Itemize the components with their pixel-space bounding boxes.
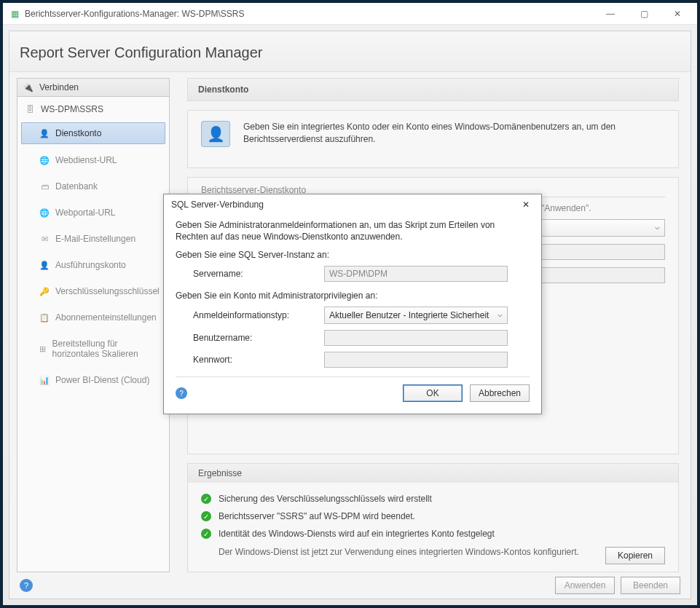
sidebar-item-5[interactable]: 👤Ausführungskonto [22,255,165,275]
servername-input[interactable]: WS-DPM\DPM [324,266,508,282]
sidebar-item-9[interactable]: 📊Power BI-Dienst (Cloud) [22,370,165,390]
results-subtext: Der Windows-Dienst ist jetzt zur Verwend… [201,542,665,564]
sidebar-item-icon: 📊 [39,375,50,385]
sidebar-item-icon: 👤 [39,260,50,270]
sidebar-item-6[interactable]: 🔑Verschlüsselungsschlüssel [22,281,165,301]
sidebar-item-label: Ausführungskonto [55,260,126,270]
check-icon: ✓ [201,511,211,521]
sidebar-root-instance[interactable]: 🗄 WS-DPM\SSRS [17,101,169,117]
connect-button[interactable]: 🔌 Verbinden [17,78,170,97]
sidebar-item-label: Bereitstellung für horizontales Skaliere… [52,339,157,359]
app-icon: ▦ [9,8,20,20]
result-item: ✓Identität des Windows-Diensts wird auf … [201,525,665,542]
copy-button[interactable]: Kopieren [605,547,665,564]
sidebar-item-label: Verschlüsselungsschlüssel [55,286,160,296]
sidebar-item-0[interactable]: 👤Dienstkonto [21,122,165,144]
app-title: Berichtsserver-Konfigurations-Manager: W… [25,9,594,19]
sidebar-item-label: Power BI-Dienst (Cloud) [55,375,149,385]
dialog-help-icon[interactable]: ? [176,387,187,399]
sidebar-item-label: Datenbank [55,181,98,192]
ok-button[interactable]: OK [403,384,463,402]
result-text: Sicherung des Verschlüsselungsschlüssels… [219,494,432,504]
sidebar: 🔌 Verbinden 🗄 WS-DPM\SSRS 👤Dienstkonto🌐W… [17,78,170,572]
dialog-section-instance: Geben Sie eine SQL Server-Instanz an: [176,250,530,260]
sidebar-item-label: E-Mail-Einstellungen [55,234,135,244]
sidebar-item-icon: 🌐 [39,208,50,218]
dialog-section-account: Geben Sie ein Konto mit Administratorpri… [176,291,530,301]
sidebar-item-2[interactable]: 🗃Datenbank [22,176,165,197]
sidebar-root-label: WS-DPM\SSRS [41,104,103,114]
section-title: Dienstkonto [187,78,679,101]
check-icon: ✓ [201,494,211,504]
credtype-dropdown[interactable]: Aktueller Benutzer - Integrierte Sicherh… [324,307,508,324]
password-label: Kennwort: [193,355,324,365]
connect-label: Verbinden [39,82,79,92]
sidebar-item-7[interactable]: 📋Abonnementeinstellungen [22,307,165,328]
service-account-icon: 👤 [201,121,230,147]
sidebar-item-icon: ⊞ [39,344,47,354]
sidebar-item-icon: 👤 [39,128,50,138]
dialog-description: Geben Sie Administratoranmeldeinformatio… [176,219,530,242]
maximize-button[interactable]: ▢ [627,4,661,24]
help-icon[interactable]: ? [20,579,33,592]
connect-icon: 🔌 [23,82,34,92]
cancel-button[interactable]: Abbrechen [470,384,530,402]
sidebar-item-1[interactable]: 🌐Webdienst-URL [22,150,165,170]
sidebar-item-icon: 🗃 [39,181,50,192]
servername-label: Servername: [193,269,324,279]
sidebar-item-label: Webdienst-URL [55,155,117,165]
sidebar-item-label: Abonnementeinstellungen [55,312,157,323]
credtype-label: Anmeldeinformationstyp: [193,310,324,320]
titlebar: ▦ Berichtsserver-Konfigurations-Manager:… [3,3,697,25]
sidebar-item-label: Webportal-URL [55,208,115,218]
results-title: Ergebnisse [188,464,678,483]
apply-button[interactable]: Anwenden [555,577,615,594]
sidebar-item-4[interactable]: ✉E-Mail-Einstellungen [22,229,165,249]
result-text: Berichtsserver "SSRS" auf WS-DPM wird be… [219,511,415,521]
sidebar-item-icon: 🔑 [39,286,50,296]
sql-connection-dialog: SQL Server-Verbindung ✕ Geben Sie Admini… [163,194,542,414]
exit-button[interactable]: Beenden [621,577,680,594]
results-panel: Ergebnisse ✓Sicherung des Verschlüsselun… [187,463,679,572]
page-title: Report Server Configuration Manager [9,31,691,72]
sidebar-item-3[interactable]: 🌐Webportal-URL [22,202,165,223]
intro-panel: 👤 Geben Sie ein integriertes Konto oder … [187,110,679,168]
minimize-button[interactable]: — [594,4,627,24]
username-input [324,330,508,346]
password-input [324,352,508,368]
result-item: ✓Sicherung des Verschlüsselungsschlüssel… [201,490,665,508]
dialog-title: SQL Server-Verbindung [171,200,264,210]
username-label: Benutzername: [193,333,324,343]
intro-text: Geben Sie ein integriertes Konto oder ei… [243,121,665,157]
check-icon: ✓ [201,529,211,539]
result-item: ✓Berichtsserver "SSRS" auf WS-DPM wird b… [201,508,665,525]
sidebar-item-icon: ✉ [39,234,50,244]
server-icon: 🗄 [25,104,35,114]
close-button[interactable]: ✕ [661,4,694,24]
sidebar-item-8[interactable]: ⊞Bereitstellung für horizontales Skalier… [22,333,165,364]
dialog-close-button[interactable]: ✕ [515,196,537,213]
sidebar-item-icon: 📋 [39,312,50,323]
sidebar-item-label: Dienstkonto [55,128,101,138]
sidebar-item-icon: 🌐 [39,155,50,165]
result-text: Identität des Windows-Diensts wird auf e… [219,529,495,539]
app-window: ▦ Berichtsserver-Konfigurations-Manager:… [0,0,700,608]
